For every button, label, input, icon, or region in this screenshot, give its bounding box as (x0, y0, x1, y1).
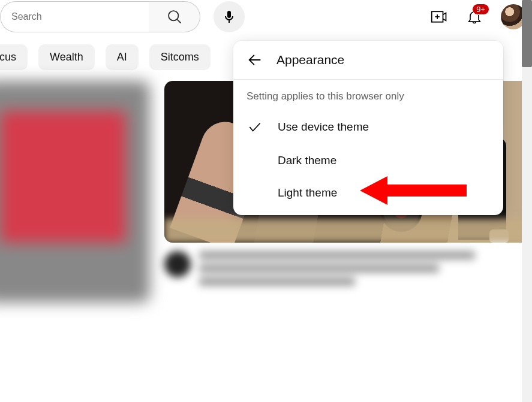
theme-option-device[interactable]: Use device theme (233, 110, 503, 144)
svg-rect-2 (229, 20, 230, 23)
menu-item-label: Light theme (278, 186, 337, 200)
search-icon (166, 8, 183, 25)
appearance-menu: Appearance Setting applies to this brows… (233, 41, 503, 215)
channel-avatar[interactable] (164, 251, 191, 277)
scrollbar-track[interactable] (522, 0, 532, 402)
svg-line-1 (177, 19, 181, 23)
filter-chip[interactable]: cus (0, 44, 28, 70)
filter-chip[interactable]: AI (106, 44, 139, 70)
search-input[interactable] (0, 1, 149, 32)
svg-point-0 (169, 11, 178, 20)
create-button[interactable] (426, 5, 450, 29)
notification-badge: 9+ (472, 4, 489, 15)
menu-title: Appearance (276, 53, 344, 67)
back-icon[interactable] (247, 52, 263, 68)
theme-option-dark[interactable]: Dark theme (233, 144, 503, 177)
menu-item-label: Dark theme (278, 154, 336, 167)
microphone-icon (222, 10, 236, 24)
search-button[interactable] (149, 1, 200, 32)
scrollbar-thumb[interactable] (522, 0, 532, 67)
check-icon (247, 119, 263, 135)
video-meta (164, 251, 530, 291)
video-thumbnail[interactable] (0, 81, 150, 303)
filter-chip[interactable]: Wealth (38, 44, 95, 70)
menu-item-label: Use device theme (278, 120, 369, 134)
menu-subtitle: Setting applies to this browser only (233, 80, 503, 110)
theme-option-light[interactable]: Light theme (233, 177, 503, 209)
notifications-button[interactable]: 9+ (462, 5, 486, 29)
voice-search-button[interactable] (214, 1, 245, 32)
create-icon (429, 8, 447, 26)
filter-chip[interactable]: Sitcoms (149, 44, 211, 70)
